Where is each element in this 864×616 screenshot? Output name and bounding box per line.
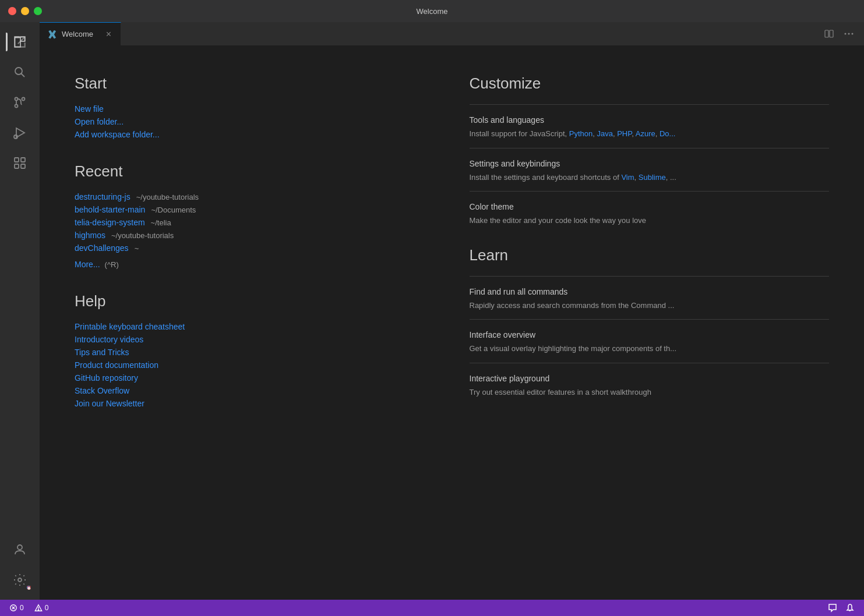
help-link-6[interactable]: Join our Newsletter bbox=[75, 399, 435, 408]
left-column: Start New file Open folder... Add worksp… bbox=[75, 75, 435, 408]
java-link[interactable]: Java bbox=[597, 129, 612, 138]
svg-point-19 bbox=[852, 33, 854, 35]
svg-point-13 bbox=[17, 545, 22, 550]
recent-path-3: ~/youtube-tutorials bbox=[111, 231, 174, 240]
recent-item-0: destructuring-js ~/youtube-tutorials bbox=[75, 192, 435, 201]
status-right bbox=[824, 600, 858, 616]
svg-rect-11 bbox=[15, 164, 19, 168]
tab-label: Welcome bbox=[62, 30, 93, 38]
split-editor-button[interactable] bbox=[821, 26, 837, 42]
customize-section: Customize Tools and languages Install su… bbox=[470, 75, 830, 235]
settings-keybindings-title: Settings and keybindings bbox=[470, 159, 830, 168]
settings-keybindings-card[interactable]: Settings and keybindings Install the set… bbox=[470, 148, 830, 192]
recent-name-2[interactable]: telia-design-system bbox=[75, 218, 145, 227]
statusbar: 0 0 bbox=[0, 600, 864, 616]
recent-name-0[interactable]: destructuring-js bbox=[75, 192, 131, 201]
svg-rect-16 bbox=[830, 30, 833, 37]
recent-item-1: behold-starter-main ~/Documents bbox=[75, 205, 435, 214]
activity-bar: ⏰ bbox=[0, 22, 40, 600]
recent-item-2: telia-design-system ~/telia bbox=[75, 218, 435, 227]
tools-languages-card[interactable]: Tools and languages Install support for … bbox=[470, 104, 830, 148]
editor-area: Welcome × bbox=[40, 22, 864, 600]
svg-rect-12 bbox=[21, 164, 25, 168]
open-folder-link[interactable]: Open folder... bbox=[75, 117, 435, 126]
status-errors[interactable]: 0 bbox=[6, 600, 27, 616]
help-link-0[interactable]: Printable keyboard cheatsheet bbox=[75, 322, 435, 331]
azure-link[interactable]: Azure bbox=[636, 129, 655, 138]
help-link-4[interactable]: GitHub repository bbox=[75, 373, 435, 383]
help-heading: Help bbox=[75, 292, 435, 310]
more-recent-link[interactable]: More... bbox=[75, 260, 100, 269]
recent-path-2: ~/telia bbox=[151, 218, 171, 227]
php-link[interactable]: PHP bbox=[617, 129, 632, 138]
help-link-3[interactable]: Product documentation bbox=[75, 360, 435, 370]
activity-extensions[interactable] bbox=[6, 149, 34, 177]
activity-run-debug[interactable] bbox=[6, 119, 34, 147]
svg-point-5 bbox=[22, 98, 25, 101]
python-link[interactable]: Python bbox=[569, 129, 593, 138]
help-links: Printable keyboard cheatsheet Introducto… bbox=[75, 322, 435, 408]
maximize-button[interactable] bbox=[34, 7, 42, 15]
color-theme-card[interactable]: Color theme Make the editor and your cod… bbox=[470, 191, 830, 235]
activity-bottom: ⏰ bbox=[6, 536, 34, 600]
interactive-playground-title: Interactive playground bbox=[470, 374, 830, 383]
svg-point-24 bbox=[38, 610, 38, 610]
start-heading: Start bbox=[75, 75, 435, 93]
tab-right-actions bbox=[821, 22, 864, 45]
warning-count: 0 bbox=[45, 604, 49, 612]
minimize-button[interactable] bbox=[21, 7, 29, 15]
tab-close-button[interactable]: × bbox=[105, 28, 112, 41]
interface-overview-card[interactable]: Interface overview Get a visual overlay … bbox=[470, 319, 830, 363]
activity-account[interactable] bbox=[6, 536, 34, 564]
tools-languages-title: Tools and languages bbox=[470, 115, 830, 125]
titlebar: Welcome bbox=[0, 0, 864, 22]
activity-explorer[interactable] bbox=[6, 28, 34, 56]
tab-welcome[interactable]: Welcome × bbox=[40, 22, 121, 45]
welcome-content: Start New file Open folder... Add worksp… bbox=[40, 45, 864, 600]
help-link-5[interactable]: Stack Overflow bbox=[75, 386, 435, 395]
activity-search[interactable] bbox=[6, 58, 34, 86]
activity-settings[interactable]: ⏰ bbox=[6, 566, 34, 594]
bell-icon bbox=[845, 603, 855, 613]
window-title: Welcome bbox=[417, 7, 448, 16]
svg-point-8 bbox=[14, 135, 17, 139]
vscode-icon bbox=[48, 30, 57, 39]
help-link-1[interactable]: Introductory videos bbox=[75, 335, 435, 344]
error-count: 0 bbox=[20, 604, 24, 612]
warning-icon bbox=[34, 604, 43, 612]
activity-source-control[interactable] bbox=[6, 88, 34, 116]
svg-line-2 bbox=[22, 74, 25, 77]
add-workspace-link[interactable]: Add workspace folder... bbox=[75, 130, 435, 139]
recent-item-4: devChallenges ~ bbox=[75, 243, 435, 253]
more-actions-button[interactable] bbox=[841, 26, 857, 42]
help-section: Help Printable keyboard cheatsheet Intro… bbox=[75, 292, 435, 408]
recent-name-3[interactable]: highmos bbox=[75, 231, 105, 240]
help-link-2[interactable]: Tips and Tricks bbox=[75, 348, 435, 357]
recent-list: destructuring-js ~/youtube-tutorials beh… bbox=[75, 192, 435, 253]
new-file-link[interactable]: New file bbox=[75, 104, 435, 114]
color-theme-desc: Make the editor and your code look the w… bbox=[470, 215, 830, 226]
status-warnings[interactable]: 0 bbox=[31, 600, 52, 616]
find-commands-title: Find and run all commands bbox=[470, 287, 830, 296]
interface-overview-desc: Get a visual overlay highlighting the ma… bbox=[470, 343, 830, 355]
recent-name-1[interactable]: behold-starter-main bbox=[75, 205, 145, 214]
do-link[interactable]: Do... bbox=[660, 129, 675, 138]
sublime-link[interactable]: Sublime bbox=[639, 173, 666, 182]
status-notifications[interactable] bbox=[824, 600, 841, 616]
recent-name-4[interactable]: devChallenges bbox=[75, 243, 129, 253]
find-commands-card[interactable]: Find and run all commands Rapidly access… bbox=[470, 276, 830, 320]
learn-heading: Learn bbox=[470, 246, 830, 264]
status-left: 0 0 bbox=[6, 600, 52, 616]
color-theme-title: Color theme bbox=[470, 202, 830, 211]
window-controls bbox=[8, 7, 42, 15]
svg-point-17 bbox=[845, 33, 847, 35]
close-button[interactable] bbox=[8, 7, 16, 15]
vim-link[interactable]: Vim bbox=[621, 173, 634, 182]
status-bell[interactable] bbox=[842, 600, 858, 616]
settings-keybindings-desc: Install the settings and keyboard shortc… bbox=[470, 172, 830, 183]
recent-section: Recent destructuring-js ~/youtube-tutori… bbox=[75, 162, 435, 269]
svg-rect-15 bbox=[825, 30, 828, 37]
right-column: Customize Tools and languages Install su… bbox=[470, 75, 830, 408]
interactive-playground-card[interactable]: Interactive playground Try out essential… bbox=[470, 363, 830, 406]
learn-section: Learn Find and run all commands Rapidly … bbox=[470, 246, 830, 406]
